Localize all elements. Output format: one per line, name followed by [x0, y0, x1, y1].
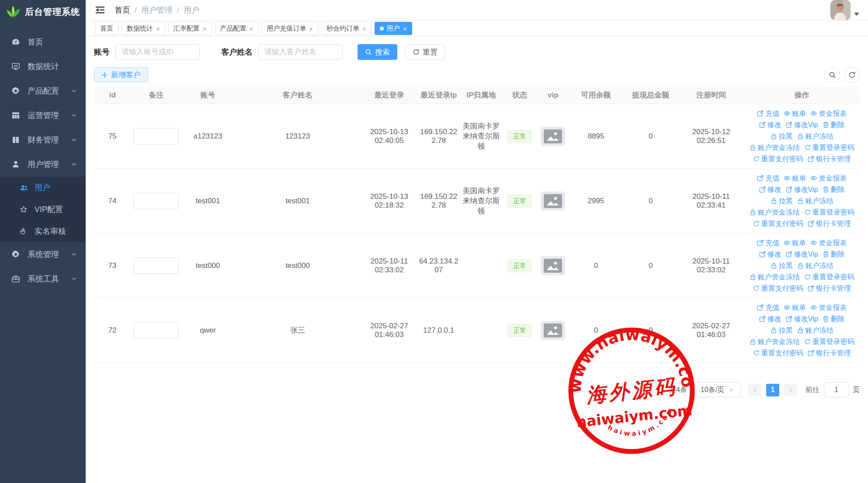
op-freeze-funds-link[interactable]: 账户资金冻结 [750, 207, 800, 217]
sidebar-item-user-management[interactable]: 用户管理 [0, 152, 86, 177]
account-input[interactable] [115, 44, 200, 60]
op-blacklist-link[interactable]: 拉黑 [771, 325, 793, 335]
op-fund-report-link[interactable]: 资金报表 [810, 302, 847, 313]
remark-input[interactable] [134, 257, 178, 274]
vip-image-placeholder-icon[interactable] [541, 191, 565, 211]
op-freeze-account-link[interactable]: 账户冻结 [797, 131, 833, 141]
op-bank-card-link[interactable]: 银行卡管理 [808, 219, 851, 229]
op-bill-link[interactable]: 账单 [784, 302, 806, 313]
op-delete-link[interactable]: 删除 [823, 184, 845, 195]
op-reset-login-pwd-link[interactable]: 重置登录密码 [804, 142, 854, 153]
op-delete-link[interactable]: 删除 [823, 120, 845, 130]
op-reset-login-pwd-link[interactable]: 重置登录密码 [804, 207, 854, 217]
avatar-dropdown-caret-icon[interactable] [854, 13, 859, 16]
op-reset-pay-pwd-link[interactable]: 重置支付密码 [753, 283, 803, 293]
op-reset-pay-pwd-link[interactable]: 重置支付密码 [753, 348, 803, 358]
op-reset-login-pwd-link[interactable]: 重置登录密码 [804, 272, 854, 282]
op-blacklist-link[interactable]: 拉黑 [771, 261, 793, 271]
close-icon[interactable]: × [403, 25, 407, 32]
op-reset-pay-pwd-link[interactable]: 重置支付密码 [753, 154, 803, 164]
op-bill-link[interactable]: 账单 [784, 108, 806, 118]
op-modify-vip-link[interactable]: 修改Vip [786, 120, 818, 130]
table-refresh-button[interactable] [844, 67, 860, 83]
op-freeze-account-link[interactable]: 账户冻结 [797, 261, 833, 271]
op-bank-card-link[interactable]: 银行卡管理 [808, 283, 851, 293]
op-fund-report-link[interactable]: 资金报表 [810, 238, 847, 248]
op-modify-link[interactable]: 修改 [759, 184, 781, 195]
op-reset-login-pwd-link[interactable]: 重置登录密码 [804, 337, 854, 347]
sidebar-item-home[interactable]: 首页 [0, 30, 86, 54]
user-avatar[interactable] [830, 0, 851, 20]
op-modify-link[interactable]: 修改 [759, 120, 781, 130]
close-icon[interactable]: × [203, 25, 207, 32]
edit-icon [786, 186, 792, 193]
page-size-select[interactable]: 10条/页 [694, 382, 741, 397]
op-freeze-account-link[interactable]: 账户冻结 [797, 325, 833, 335]
sidebar-item-system-tools[interactable]: 系统工具 [0, 267, 86, 291]
prev-page-button[interactable] [748, 384, 761, 396]
tab-exchange-rate[interactable]: 汇率配置× [168, 22, 212, 35]
sidebar-item-operations[interactable]: 运营管理 [0, 103, 86, 128]
remark-input[interactable] [134, 193, 178, 209]
op-recharge-link[interactable]: 充值 [757, 173, 779, 183]
op-modify-vip-link[interactable]: 修改Vip [786, 184, 818, 195]
tab-product-config[interactable]: 产品配置× [215, 22, 259, 35]
sidebar-item-system-management[interactable]: 系统管理 [0, 242, 86, 267]
op-recharge-link[interactable]: 充值 [757, 238, 779, 248]
op-bill-link[interactable]: 账单 [784, 173, 806, 183]
op-recharge-link[interactable]: 充值 [757, 302, 779, 313]
close-icon[interactable]: × [362, 25, 366, 32]
op-bank-card-link[interactable]: 银行卡管理 [808, 348, 851, 358]
tab-recharge-orders[interactable]: 用户充值订单× [261, 22, 318, 35]
page-number-button[interactable]: 1 [766, 384, 779, 396]
chevron-down-icon [71, 251, 77, 257]
next-page-button[interactable] [784, 384, 797, 396]
op-delete-link[interactable]: 删除 [823, 249, 845, 259]
toolbox-icon [11, 274, 21, 284]
breadcrumb-home[interactable]: 首页 [115, 5, 130, 15]
op-bill-link[interactable]: 账单 [784, 238, 806, 248]
reset-button[interactable]: 重置 [405, 44, 445, 60]
search-button[interactable]: 搜索 [358, 44, 397, 60]
close-icon[interactable]: × [309, 25, 313, 32]
op-recharge-link[interactable]: 充值 [757, 108, 779, 118]
close-icon[interactable]: × [250, 25, 253, 32]
op-freeze-funds-link[interactable]: 账户资金冻结 [750, 337, 800, 347]
op-blacklist-link[interactable]: 拉黑 [771, 196, 793, 206]
sidebar-item-product-config[interactable]: 产品配置 [0, 79, 86, 103]
cell-customer-name: test001 [234, 169, 361, 233]
table-search-toggle-button[interactable] [824, 67, 840, 83]
close-icon[interactable]: × [156, 25, 160, 32]
sidebar-collapse-icon[interactable] [95, 6, 105, 14]
op-bank-card-link[interactable]: 银行卡管理 [808, 154, 851, 164]
goto-page-input[interactable] [824, 382, 849, 397]
tab-statistics[interactable]: 数据统计× [122, 22, 165, 35]
op-reset-pay-pwd-link[interactable]: 重置支付密码 [753, 219, 803, 229]
op-freeze-funds-link[interactable]: 账户资金冻结 [750, 142, 800, 153]
vip-image-placeholder-icon[interactable] [541, 127, 565, 146]
vip-image-placeholder-icon[interactable] [541, 256, 565, 275]
op-blacklist-link[interactable]: 拉黑 [771, 131, 793, 141]
op-modify-vip-link[interactable]: 修改Vip [786, 249, 818, 259]
op-fund-report-link[interactable]: 资金报表 [810, 173, 847, 183]
op-modify-link[interactable]: 修改 [759, 314, 781, 324]
add-customer-button[interactable]: 新增客户 [94, 67, 148, 82]
op-fund-report-link[interactable]: 资金报表 [810, 108, 847, 118]
vip-image-placeholder-icon[interactable] [541, 321, 565, 340]
op-delete-link[interactable]: 删除 [823, 314, 845, 324]
remark-input[interactable] [134, 128, 178, 145]
tab-home[interactable]: 首页 [95, 22, 118, 35]
remark-input[interactable] [134, 322, 178, 339]
sidebar-item-verify[interactable]: 实名审核 [0, 220, 86, 242]
customer-name-input[interactable] [258, 44, 343, 60]
op-freeze-funds-link[interactable]: 账户资金冻结 [750, 272, 800, 282]
sidebar-item-users[interactable]: 用户 [0, 177, 86, 198]
op-freeze-account-link[interactable]: 账户冻结 [797, 196, 833, 206]
tab-contract-orders[interactable]: 秒合约订单× [321, 22, 372, 35]
tab-users-active[interactable]: 用户× [375, 22, 412, 35]
sidebar-item-statistics[interactable]: 数据统计 [0, 54, 86, 79]
sidebar-item-vip-config[interactable]: VIP配置 [0, 198, 86, 220]
sidebar-item-finance[interactable]: 财务管理 [0, 128, 86, 152]
op-modify-link[interactable]: 修改 [759, 249, 781, 259]
op-modify-vip-link[interactable]: 修改Vip [786, 314, 818, 324]
